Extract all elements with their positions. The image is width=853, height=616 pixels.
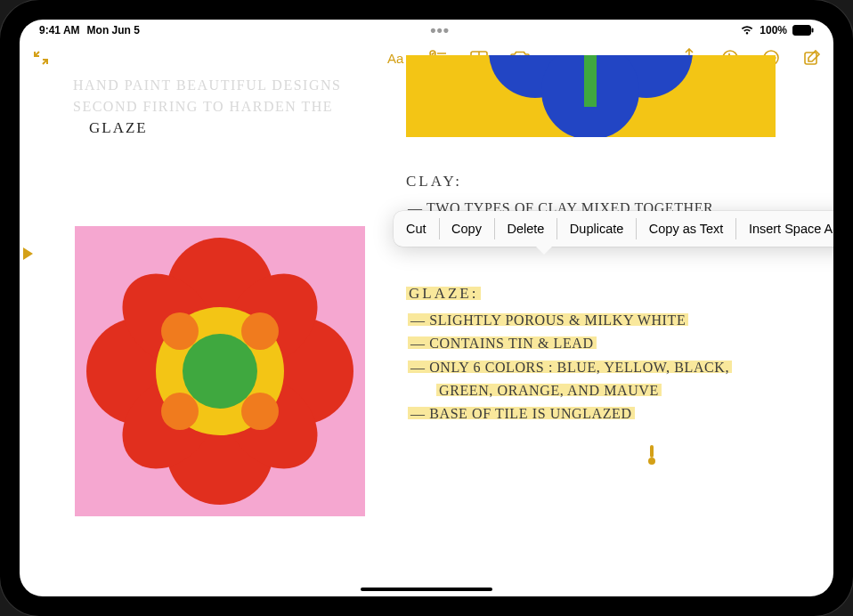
context-menu: Cut Copy Delete Duplicate Copy as Text I… bbox=[394, 211, 833, 247]
line-indicator-icon[interactable] bbox=[23, 247, 33, 260]
status-bar: 9:41 AM Mon Jun 5 ••• 100% bbox=[20, 20, 833, 41]
menu-duplicate[interactable]: Duplicate bbox=[557, 211, 636, 247]
menu-copy-as-text[interactable]: Copy as Text bbox=[637, 211, 736, 247]
menu-copy[interactable]: Copy bbox=[439, 211, 494, 247]
svg-point-28 bbox=[161, 393, 199, 430]
svg-text:Aa: Aa bbox=[387, 51, 404, 66]
clay-heading: CLAY: bbox=[406, 169, 816, 194]
status-date: Mon Jun 5 bbox=[87, 24, 140, 36]
svg-point-30 bbox=[183, 334, 257, 409]
battery-icon bbox=[792, 25, 814, 36]
svg-rect-0 bbox=[793, 26, 811, 36]
flower-drawing bbox=[75, 226, 365, 516]
wifi-icon bbox=[740, 25, 754, 36]
glaze-line1: — SLIGHTLY POROUS & MILKY WHITE bbox=[408, 309, 816, 332]
status-time: 9:41 AM bbox=[39, 24, 80, 36]
menu-delete[interactable]: Delete bbox=[494, 211, 556, 247]
glaze-line4: — BASE OF TILE IS UNGLAZED bbox=[408, 402, 816, 426]
note-glaze-word: GLAZE bbox=[89, 119, 376, 137]
glaze-line3b: GREEN, ORANGE, AND MAUVE bbox=[436, 379, 816, 402]
glaze-heading: GLAZE: bbox=[406, 281, 816, 306]
svg-rect-35 bbox=[584, 55, 597, 107]
collapse-icon[interactable] bbox=[28, 45, 53, 70]
faded-note-line2: SECOND FIRING TO HARDEN THE bbox=[73, 96, 376, 118]
menu-insert-space[interactable]: Insert Space Above bbox=[736, 211, 833, 247]
multitask-indicator[interactable]: ••• bbox=[430, 22, 450, 38]
selection-handle-tail[interactable] bbox=[650, 445, 654, 458]
svg-point-26 bbox=[161, 312, 199, 350]
faded-note-line1: HAND PAINT BEAUTIFUL DESIGNS bbox=[73, 75, 376, 96]
svg-point-29 bbox=[241, 393, 279, 430]
top-flower-drawing bbox=[406, 55, 776, 137]
glaze-section[interactable]: GLAZE: — SLIGHTLY POROUS & MILKY WHITE —… bbox=[406, 281, 816, 426]
note-body[interactable]: HAND PAINT BEAUTIFUL DESIGNS SECOND FIRI… bbox=[20, 75, 833, 596]
battery-percent: 100% bbox=[760, 24, 787, 36]
menu-cut[interactable]: Cut bbox=[394, 211, 439, 247]
glaze-line3: — ONLY 6 COLORS : BLUE, YELLOW, BLACK, bbox=[408, 356, 816, 379]
svg-rect-1 bbox=[812, 28, 814, 33]
glaze-line2: — CONTAINS TIN & LEAD bbox=[408, 332, 816, 355]
home-indicator[interactable] bbox=[361, 588, 492, 591]
svg-point-27 bbox=[241, 312, 279, 350]
selection-handle-end[interactable] bbox=[648, 458, 655, 465]
compose-icon[interactable] bbox=[800, 45, 825, 70]
